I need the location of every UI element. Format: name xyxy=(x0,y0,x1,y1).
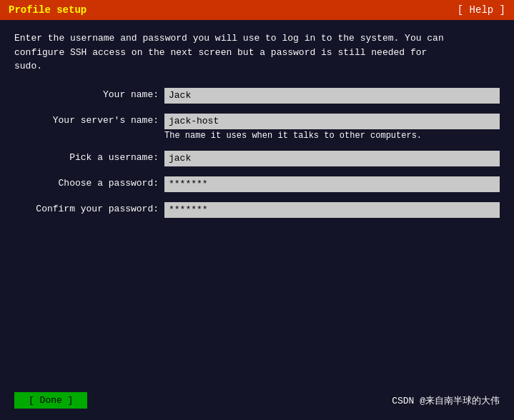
form-row-confirm-password: Confirm your password: xyxy=(14,202,500,218)
form-row-name: Your name: xyxy=(14,88,500,104)
input-area-server-name: The name it uses when it talks to other … xyxy=(164,114,500,141)
input-password[interactable] xyxy=(164,176,500,192)
input-your-name[interactable] xyxy=(164,88,500,104)
form-row-server-name: Your server's name: The name it uses whe… xyxy=(14,114,500,141)
server-name-hint: The name it uses when it talks to other … xyxy=(164,131,500,141)
done-button[interactable]: [ Done ] xyxy=(14,392,87,409)
form-row-password: Choose a password: xyxy=(14,176,500,192)
input-confirm-password[interactable] xyxy=(164,202,500,218)
description-text: Enter the username and password you will… xyxy=(14,31,500,74)
label-confirm-password: Confirm your password: xyxy=(14,202,164,214)
input-area-name xyxy=(164,88,500,104)
label-username: Pick a username: xyxy=(14,151,164,163)
header-bar: Profile setup [ Help ] xyxy=(0,0,514,20)
label-password: Choose a password: xyxy=(14,176,164,189)
watermark: CSDN @来自南半球的大伟 xyxy=(392,394,500,407)
input-area-confirm-password xyxy=(164,202,500,218)
label-server-name: Your server's name: xyxy=(14,114,164,126)
header-help: [ Help ] xyxy=(458,4,505,16)
input-server-name[interactable] xyxy=(164,114,500,129)
input-area-username xyxy=(164,151,500,166)
profile-setup-screen: Profile setup [ Help ] Enter the usernam… xyxy=(0,0,514,420)
footer-bar: [ Done ] CSDN @来自南半球的大伟 xyxy=(0,386,514,420)
header-title: Profile setup xyxy=(9,4,87,16)
input-username[interactable] xyxy=(164,151,500,166)
main-content: Enter the username and password you will… xyxy=(0,20,514,386)
label-your-name: Your name: xyxy=(14,88,164,100)
form-area: Your name: Your server's name: The name … xyxy=(14,88,500,218)
input-area-password xyxy=(164,176,500,192)
form-row-username: Pick a username: xyxy=(14,151,500,166)
